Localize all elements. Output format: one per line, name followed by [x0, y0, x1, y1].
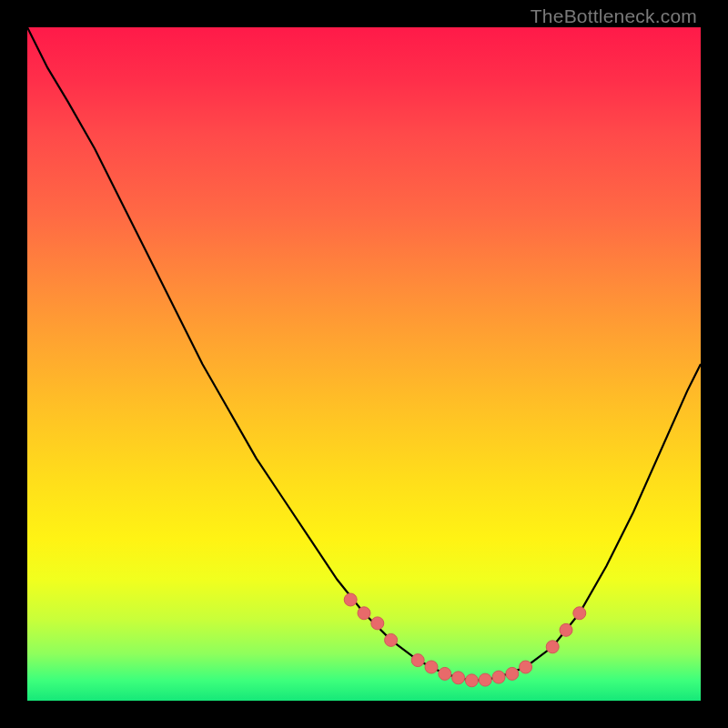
marker-dot: [411, 654, 424, 667]
marker-dot: [573, 607, 586, 620]
plot-area: [27, 27, 701, 701]
marker-dot: [506, 667, 519, 680]
marker-dot: [439, 667, 451, 680]
watermark-text: TheBottleneck.com: [531, 5, 697, 27]
marker-dot: [385, 633, 398, 646]
marker-dot: [560, 623, 572, 636]
curve-svg: [27, 27, 701, 701]
highlight-points: [344, 593, 586, 687]
marker-dot: [479, 673, 491, 686]
marker-dot: [492, 671, 505, 683]
marker-dot: [371, 617, 384, 630]
marker-dot: [546, 641, 559, 653]
marker-dot: [465, 674, 478, 687]
bottleneck-curve: [27, 27, 701, 681]
marker-dot: [358, 607, 370, 620]
marker-dot: [520, 661, 532, 673]
chart-frame: TheBottleneck.com: [0, 0, 728, 728]
marker-dot: [452, 672, 465, 684]
marker-dot: [344, 593, 357, 606]
marker-dot: [425, 661, 438, 673]
